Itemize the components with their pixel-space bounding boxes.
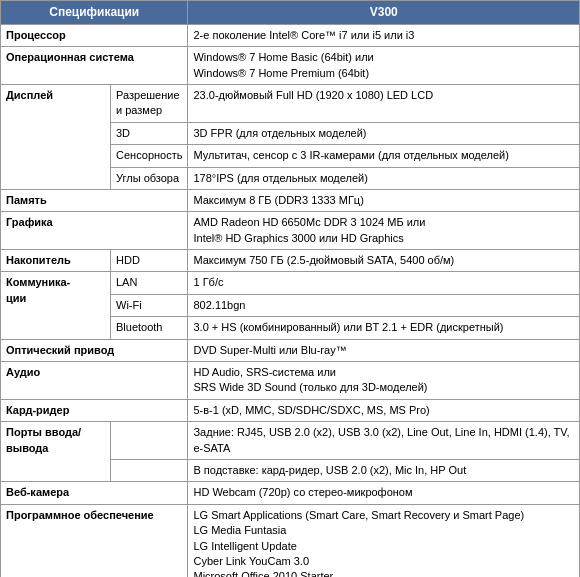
row-value: LG Smart Applications (Smart Care, Smart… [188,504,580,577]
row-sublabel: Разрешение и размер [111,84,188,122]
row-value: 3D FPR (для отдельных моделей) [188,122,580,144]
row-label: Аудио [1,362,188,400]
table-row: Порты ввода/выводаЗадние: RJ45, USB 2.0 … [1,422,580,460]
table-row: ДисплейРазрешение и размер23.0-дюймовый … [1,84,580,122]
row-value: HD Webcam (720p) со стерео-микрофоном [188,482,580,504]
row-sublabel [111,460,188,482]
row-sublabel: Углы обзора [111,167,188,189]
table-row: Оптический приводDVD Super-Multi или Blu… [1,339,580,361]
specs-table: Спецификации V300 Процессор2-е поколение… [0,0,580,577]
row-value: Windows® 7 Home Basic (64bit) или Window… [188,47,580,85]
row-value: В подставке: кард-ридер, USB 2.0 (x2), M… [188,460,580,482]
row-value: 5-в-1 (xD, MMC, SD/SDHC/SDXC, MS, MS Pro… [188,399,580,421]
row-label: Оптический привод [1,339,188,361]
row-label: Графика [1,212,188,250]
row-sublabel: Bluetooth [111,317,188,339]
row-label: Программное обеспечение [1,504,188,577]
table-row: ГрафикаAMD Radeon HD 6650Mc DDR 3 1024 М… [1,212,580,250]
row-value: Задние: RJ45, USB 2.0 (x2), USB 3.0 (x2)… [188,422,580,460]
row-value: HD Audio, SRS-система или SRS Wide 3D So… [188,362,580,400]
row-group-label: Дисплей [1,84,111,189]
row-label: Накопитель [1,250,111,272]
table-row: Операционная системаWindows® 7 Home Basi… [1,47,580,85]
row-value: 3.0 + HS (комбинированный) или BT 2.1 + … [188,317,580,339]
table-row: Программное обеспечениеLG Smart Applicat… [1,504,580,577]
row-label: Веб-камера [1,482,188,504]
table-row: Веб-камераHD Webcam (720p) со стерео-мик… [1,482,580,504]
row-value: 1 Гб/с [188,272,580,294]
table-row: ПамятьМаксимум 8 ГБ (DDR3 1333 МГц) [1,189,580,211]
row-value: 802.11bgn [188,294,580,316]
header-spec: Спецификации [1,1,188,25]
header-model: V300 [188,1,580,25]
row-group-label: Порты ввода/вывода [1,422,111,482]
row-label: Кард-ридер [1,399,188,421]
row-value: 2-е поколение Intel® Core™ i7 или i5 или… [188,24,580,46]
row-group-label: Коммуника- ции [1,272,111,339]
row-value: Максимум 8 ГБ (DDR3 1333 МГц) [188,189,580,211]
row-sublabel: Сенсорность [111,145,188,167]
row-sublabel: LAN [111,272,188,294]
row-value: 178°IPS (для отдельных моделей) [188,167,580,189]
row-label: Операционная система [1,47,188,85]
row-sublabel [111,422,188,460]
row-sublabel: Wi-Fi [111,294,188,316]
table-row: НакопительHDDМаксимум 750 ГБ (2.5-дюймов… [1,250,580,272]
row-value: Мультитач, сенсор с 3 IR-камерами (для о… [188,145,580,167]
table-row: АудиоHD Audio, SRS-система или SRS Wide … [1,362,580,400]
row-label: Процессор [1,24,188,46]
table-row: Кард-ридер5-в-1 (xD, MMC, SD/SDHC/SDXC, … [1,399,580,421]
row-value: AMD Radeon HD 6650Mc DDR 3 1024 МБ или I… [188,212,580,250]
table-row: Процессор2-е поколение Intel® Core™ i7 и… [1,24,580,46]
row-sublabel: 3D [111,122,188,144]
row-value: DVD Super-Multi или Blu-ray™ [188,339,580,361]
table-row: Коммуника- цииLAN1 Гб/с [1,272,580,294]
row-value: 23.0-дюймовый Full HD (1920 x 1080) LED … [188,84,580,122]
row-value: Максимум 750 ГБ (2.5-дюймовый SATA, 5400… [188,250,580,272]
row-label: Память [1,189,188,211]
row-sublabel: HDD [111,250,188,272]
